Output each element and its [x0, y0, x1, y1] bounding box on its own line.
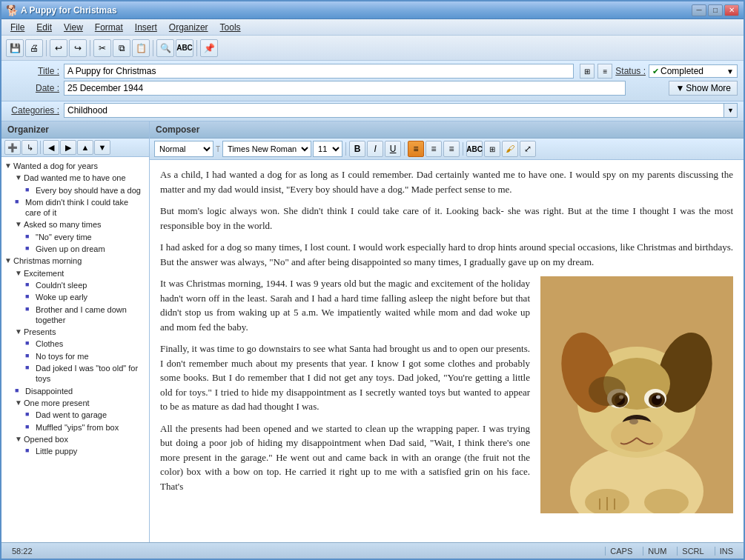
org-add-child-button[interactable]: ↳ — [21, 140, 38, 155]
categories-dropdown-arrow[interactable]: ▼ — [724, 103, 738, 118]
tree-item[interactable]: ▼Asked so many times — [3, 219, 148, 230]
table-button[interactable]: ⊞ — [484, 141, 500, 157]
cut-button[interactable]: ✂ — [93, 39, 111, 57]
tree-item[interactable]: ▼Christmas morning — [3, 255, 148, 267]
menu-item-format[interactable]: Format — [89, 21, 129, 34]
grid-view-button[interactable]: ⊞ — [580, 64, 595, 79]
paste-button[interactable]: 📋 — [132, 39, 150, 57]
pin-button[interactable]: 📌 — [200, 39, 218, 57]
svg-point-15 — [611, 419, 663, 452]
tree-expand-icon: ▼ — [15, 268, 22, 278]
title-input[interactable] — [64, 64, 574, 79]
align-left-button[interactable]: ≡ — [408, 141, 424, 157]
minimize-button[interactable]: ─ — [692, 4, 706, 16]
tree-item-label: Dad went to garage — [36, 410, 146, 420]
title-row: Title : ⊞ ≡ Status : ✔ Completed ▼ — [7, 64, 738, 79]
composer-content[interactable]: As a child, I had wanted a dog for as lo… — [150, 160, 744, 542]
fmt-separator-2 — [404, 142, 405, 156]
align-right-button[interactable]: ≡ — [443, 141, 460, 157]
redo-button[interactable]: ↪ — [69, 39, 87, 57]
menu-item-file[interactable]: File — [4, 21, 30, 34]
print-button[interactable]: 🖨 — [25, 39, 43, 57]
menu-bar: FileEditViewFormatInsertOrganizerTools — [1, 19, 744, 36]
svg-point-16 — [629, 419, 638, 424]
tree-item[interactable]: ■Dad went to garage — [3, 409, 148, 421]
tree-item[interactable]: ▼Excitement — [3, 267, 148, 279]
align-center-button[interactable]: ≡ — [426, 141, 442, 157]
show-more-area: ▼ Show More — [632, 81, 738, 96]
content-paragraph: I had asked for a dog so many times, I l… — [160, 240, 733, 269]
svg-point-13 — [656, 396, 660, 399]
tree-expand-icon: ▼ — [4, 256, 12, 265]
highlight-button[interactable]: 🖌 — [502, 141, 518, 157]
expand-button[interactable]: ⤢ — [520, 141, 536, 157]
close-button[interactable]: ✕ — [724, 4, 739, 16]
tree-item-label: Excitement — [24, 268, 146, 279]
tree-item[interactable]: ■Clothes — [3, 338, 148, 350]
svg-point-17 — [589, 376, 626, 406]
main-area: Organizer ➕ ↳ ◀ ▶ ▲ ▼ ▼Wanted a dog for … — [1, 121, 744, 542]
tree-bullet-icon: ■ — [25, 186, 33, 195]
tree-item[interactable]: ■Muffled "yips" from box — [3, 421, 148, 433]
org-move-up-button[interactable]: ▲ — [77, 140, 93, 155]
tree-item[interactable]: ▼Wanted a dog for years — [3, 160, 148, 172]
insert-mode-indicator: INS — [715, 547, 738, 556]
tree-item[interactable]: ■Disappointed — [3, 385, 148, 397]
tree-item[interactable]: ▼One more present — [3, 397, 148, 409]
org-add-button[interactable]: ➕ — [4, 140, 21, 155]
tree-item[interactable]: ■Given up on dream — [3, 243, 148, 255]
list-view-button[interactable]: ≡ — [597, 64, 612, 79]
org-move-right-button[interactable]: ▶ — [60, 140, 76, 155]
org-move-down-button[interactable]: ▼ — [94, 140, 110, 155]
menu-item-view[interactable]: View — [58, 21, 89, 34]
tree-item-label: Disappointed — [25, 386, 146, 396]
tree-item[interactable]: ■Little puppy — [3, 445, 148, 457]
tree-item[interactable]: ■No toys for me — [3, 350, 148, 362]
tree-expand-icon: ▼ — [15, 434, 22, 444]
font-size-select[interactable]: 11 — [313, 141, 342, 157]
tree-item-label: No toys for me — [36, 351, 146, 361]
menu-item-tools[interactable]: Tools — [214, 21, 247, 34]
status-dropdown[interactable]: ✔ Completed ▼ — [649, 64, 738, 78]
toolbar: 💾 🖨 ↩ ↪ ✂ ⧉ 📋 🔍 ABC 📌 — [1, 36, 744, 61]
undo-button[interactable]: ↩ — [50, 39, 67, 57]
organizer-toolbar: ➕ ↳ ◀ ▶ ▲ ▼ — [1, 139, 149, 157]
search-button[interactable]: 🔍 — [156, 39, 174, 57]
tree-item[interactable]: ■Couldn't sleep — [3, 279, 148, 291]
tree-item[interactable]: ■Mom didn't think I could take care of i… — [3, 196, 148, 219]
spellcheck-button[interactable]: ABC — [176, 39, 193, 57]
maximize-button[interactable]: □ — [708, 4, 723, 16]
underline-button[interactable]: U — [385, 141, 401, 157]
save-button[interactable]: 💾 — [6, 39, 24, 57]
caps-lock-indicator: CAPS — [605, 547, 637, 556]
status-label: Status : — [615, 66, 646, 76]
status-value: Completed — [660, 66, 703, 76]
tree-item[interactable]: ■Brother and I came down together — [3, 304, 148, 327]
italic-button[interactable]: I — [367, 141, 383, 157]
paragraph-style-select[interactable]: Normal — [154, 141, 213, 157]
bold-button[interactable]: B — [349, 141, 365, 157]
menu-item-insert[interactable]: Insert — [129, 21, 163, 34]
organizer-panel: Organizer ➕ ↳ ◀ ▶ ▲ ▼ ▼Wanted a dog for … — [1, 121, 150, 542]
tree-item[interactable]: ■Every boy should have a dog — [3, 184, 148, 196]
tree-item[interactable]: ▼Opened box — [3, 433, 148, 445]
toolbar-separator-3 — [153, 40, 153, 56]
spelling-button[interactable]: ABC — [466, 141, 483, 157]
status-dropdown-arrow: ▼ — [726, 67, 734, 76]
org-move-left-button[interactable]: ◀ — [43, 140, 59, 155]
tree-item[interactable]: ▼Presents — [3, 326, 148, 338]
show-more-button[interactable]: ▼ Show More — [669, 81, 738, 96]
categories-input[interactable] — [64, 103, 724, 118]
composer-toolbar: Normal T Times New Roman 11 B I U ≡ ≡ ≡ … — [150, 139, 744, 160]
date-input[interactable] — [64, 81, 626, 96]
tree-item[interactable]: ■Woke up early — [3, 291, 148, 303]
date-row: Date : ▼ Show More — [7, 81, 738, 96]
tree-item[interactable]: ■Dad joked I was "too old" for toys — [3, 362, 148, 385]
menu-item-organizer[interactable]: Organizer — [163, 21, 214, 34]
menu-item-edit[interactable]: Edit — [30, 21, 58, 34]
tree-item-label: Dad joked I was "too old" for toys — [36, 363, 146, 384]
copy-button[interactable]: ⧉ — [113, 39, 130, 57]
font-family-select[interactable]: Times New Roman — [222, 141, 311, 157]
tree-item[interactable]: ■"No" every time — [3, 231, 148, 243]
tree-item[interactable]: ▼Dad wanted me to have one — [3, 172, 148, 184]
